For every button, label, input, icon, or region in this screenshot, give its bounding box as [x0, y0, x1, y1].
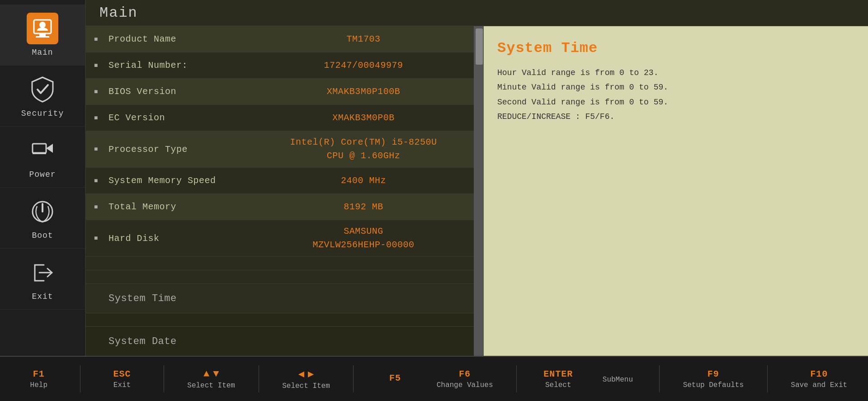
bullet-icon: ■: [86, 146, 108, 153]
divider: [659, 365, 660, 392]
sidebar-item-power[interactable]: Power: [0, 127, 85, 188]
f1-key-label: Help: [30, 381, 47, 389]
main-icon: [27, 13, 58, 44]
sidebar-boot-label: Boot: [32, 231, 53, 240]
sidebar-item-main[interactable]: Main: [0, 5, 85, 66]
system-memory-speed-value: 2400 MHz: [253, 171, 474, 190]
bullet-icon: ■: [86, 62, 108, 69]
svg-rect-4: [33, 144, 46, 153]
info-line-2: Minute Valid range is from 0 to 59.: [497, 80, 854, 94]
sidebar-power-label: Power: [29, 170, 56, 179]
processor-type-value: Intel(R) Core(TM) i5-8250UCPU @ 1.60GHz: [253, 131, 474, 167]
bullet-icon: ■: [86, 295, 108, 302]
f6-key[interactable]: F6 Change Values: [437, 369, 493, 389]
bullet-icon: ■: [86, 235, 108, 242]
submenu-key[interactable]: SubMenu: [599, 374, 636, 384]
info-line-3: Second Valid range is from 0 to 59.: [497, 95, 854, 109]
serial-number-value: 17247/00049979: [253, 56, 474, 75]
system-time-label: System Time: [108, 288, 253, 309]
left-right-key[interactable]: ◀ ▶ Select Item: [282, 368, 330, 390]
bullet-icon: ■: [86, 114, 108, 122]
spacer-row: [86, 270, 474, 284]
system-date-row[interactable]: ■ System Date: [86, 327, 474, 356]
bios-version-value: XMAKB3M0P100B: [253, 82, 474, 101]
f10-key-name: F10: [810, 369, 828, 379]
serial-number-label: Serial Number:: [108, 56, 253, 75]
bullet-icon: ■: [86, 338, 108, 345]
table-row: ■ System Memory Speed 2400 MHz: [86, 168, 474, 194]
content-area: Main ■ Product Name TM1703 ■ Serial Numb…: [86, 0, 868, 356]
right-arrow-icon: ▶: [308, 368, 314, 380]
sidebar-exit-label: Exit: [32, 292, 53, 301]
total-memory-label: Total Memory: [108, 197, 253, 217]
table-row: ■ Total Memory 8192 MB: [86, 194, 474, 220]
divider: [516, 365, 517, 392]
divider: [80, 365, 80, 392]
product-name-value: TM1703: [253, 29, 474, 49]
f6-key-label: Change Values: [437, 381, 493, 389]
table-section: ■ Product Name TM1703 ■ Serial Number: 1…: [86, 26, 475, 356]
up-down-arrows: ▲ ▼: [203, 368, 219, 380]
table-row: ■ BIOS Version XMAKB3M0P100B: [86, 79, 474, 105]
enter-key[interactable]: ENTER Select: [540, 369, 576, 389]
f1-key-name: F1: [33, 369, 45, 379]
up-down-key[interactable]: ▲ ▼ Select Item: [187, 368, 235, 390]
bullet-icon: ■: [86, 203, 108, 211]
table-row: ■ Processor Type Intel(R) Core(TM) i5-82…: [86, 131, 474, 168]
bottom-bar: F1 Help ESC Exit ▲ ▼ Select Item ◀ ▶ Sel…: [0, 356, 868, 401]
f10-key[interactable]: F10 Save and Exit: [791, 369, 847, 389]
sidebar-item-security[interactable]: Security: [0, 66, 85, 127]
f10-key-label: Save and Exit: [791, 381, 847, 389]
f5-key[interactable]: F5: [377, 373, 413, 385]
divider: [164, 365, 164, 392]
left-right-label: Select Item: [282, 382, 330, 390]
f9-key-label: Setup Defaults: [683, 381, 744, 389]
exit-icon: [27, 257, 58, 288]
f5-key-name: F5: [389, 373, 401, 383]
table-row: ■ Product Name TM1703: [86, 26, 474, 52]
svg-point-3: [39, 22, 46, 28]
divider: [353, 365, 354, 392]
scrollbar[interactable]: [475, 26, 484, 356]
sidebar-item-exit[interactable]: Exit: [0, 249, 85, 310]
page-title: Main: [86, 0, 868, 26]
enter-key-label: Select: [545, 381, 571, 389]
system-date-value: [253, 337, 474, 346]
sidebar-main-label: Main: [32, 48, 53, 57]
product-name-label: Product Name: [108, 29, 253, 49]
system-time-row[interactable]: ■ System Time: [86, 284, 474, 313]
f9-key[interactable]: F9 Setup Defaults: [683, 369, 744, 389]
info-line-1: Hour Valid range is from 0 to 23.: [497, 66, 854, 80]
system-time-value: [253, 294, 474, 303]
system-memory-speed-label: System Memory Speed: [108, 171, 253, 190]
main-layout: Main Security Power: [0, 0, 868, 356]
content-body: ■ Product Name TM1703 ■ Serial Number: 1…: [86, 26, 868, 356]
svg-marker-5: [46, 144, 53, 153]
hard-disk-label: Hard Disk: [108, 229, 253, 248]
total-memory-value: 8192 MB: [253, 197, 474, 217]
table-row: ■ Serial Number: 17247/00049979: [86, 52, 474, 79]
divider: [259, 365, 259, 392]
bullet-icon: ■: [86, 36, 108, 43]
esc-key[interactable]: ESC Exit: [104, 369, 140, 389]
esc-key-label: Exit: [113, 381, 131, 389]
security-icon: [27, 74, 58, 105]
down-arrow-icon: ▼: [213, 368, 219, 380]
svg-rect-1: [39, 33, 46, 36]
bullet-icon: ■: [86, 88, 108, 95]
hard-disk-value: SAMSUNGMZVLW256HEHP-00000: [253, 220, 474, 256]
info-panel-text: Hour Valid range is from 0 to 23. Minute…: [497, 66, 854, 124]
power-icon: [27, 135, 58, 166]
table-row: ■ Hard Disk SAMSUNGMZVLW256HEHP-00000: [86, 220, 474, 257]
ec-version-label: EC Version: [108, 108, 253, 127]
sidebar-security-label: Security: [21, 109, 64, 118]
scrollbar-thumb[interactable]: [476, 28, 483, 65]
esc-key-name: ESC: [113, 369, 131, 379]
f1-key[interactable]: F1 Help: [21, 369, 57, 389]
info-panel: System Time Hour Valid range is from 0 t…: [484, 26, 868, 356]
sidebar-item-boot[interactable]: Boot: [0, 188, 85, 249]
info-line-4: REDUCE/INCREASE : F5/F6.: [497, 109, 854, 124]
up-down-label: Select Item: [187, 382, 235, 390]
bios-version-label: BIOS Version: [108, 82, 253, 101]
enter-key-name: ENTER: [543, 369, 573, 379]
